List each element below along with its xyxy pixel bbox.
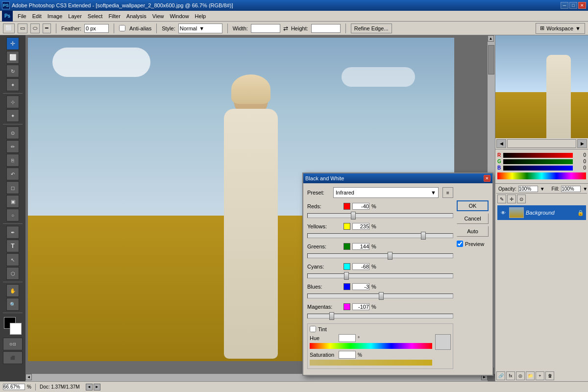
panel-btn-1[interactable]: ◀	[496, 139, 506, 148]
ellipse-marquee-btn[interactable]: ⬭	[30, 24, 40, 33]
green-channel-row: G 0	[497, 159, 586, 164]
menu-layer[interactable]: Layer	[65, 12, 85, 20]
yellows-value-input[interactable]	[352, 223, 369, 230]
new-layer-btn[interactable]: +	[536, 371, 544, 380]
reds-value-input[interactable]	[352, 203, 369, 210]
cyans-slider-thumb[interactable]	[344, 272, 349, 280]
stamp-tool[interactable]: ⎘	[6, 154, 19, 167]
greens-value-input[interactable]	[352, 243, 369, 250]
greens-percent: %	[371, 244, 376, 249]
yellows-slider-thumb[interactable]	[421, 232, 426, 240]
brush-tool[interactable]: ✏	[6, 140, 19, 153]
gradient-tool[interactable]: ▣	[6, 195, 19, 208]
bw-auto-button[interactable]: Auto	[457, 226, 489, 237]
marquee-tool[interactable]: ⬜	[6, 51, 19, 64]
scroll-up-btn[interactable]: ▲	[488, 35, 494, 42]
b-value: 0	[574, 165, 586, 171]
blues-value-input[interactable]	[352, 283, 369, 290]
menu-help[interactable]: Help	[192, 12, 209, 20]
width-input[interactable]	[251, 24, 280, 33]
scroll-left-status[interactable]: ◄	[86, 384, 93, 391]
lasso-tool[interactable]: ↻	[6, 65, 19, 77]
opacity-input[interactable]	[518, 186, 538, 192]
minimize-button[interactable]: ─	[561, 2, 568, 9]
history-tool[interactable]: ↶	[6, 168, 19, 180]
magentas-slider-thumb[interactable]	[329, 312, 334, 320]
preset-dropdown[interactable]: Infrared ▼	[333, 187, 439, 198]
cyans-value-input[interactable]	[352, 263, 369, 270]
menu-analysis[interactable]: Analysis	[123, 12, 149, 20]
workspace-button[interactable]: ⊞ Workspace ▼	[536, 23, 585, 34]
menu-view[interactable]: View	[149, 12, 167, 20]
new-fill-btn[interactable]: ◎	[516, 371, 525, 380]
magentas-value-input[interactable]	[352, 303, 369, 310]
tint-sliders: Hue ° Saturation %	[310, 334, 432, 367]
height-input[interactable]	[311, 24, 341, 33]
saturation-input[interactable]	[339, 351, 356, 359]
delete-layer-btn[interactable]: 🗑	[545, 371, 554, 380]
greens-slider-thumb[interactable]	[388, 252, 392, 260]
hand-tool[interactable]: ✋	[6, 284, 19, 297]
panel-slider[interactable]	[507, 139, 576, 148]
menu-select[interactable]: Select	[85, 12, 106, 20]
menu-edit[interactable]: Edit	[29, 12, 45, 20]
new-group-btn[interactable]: 📁	[526, 371, 535, 380]
reds-slider-thumb[interactable]	[351, 212, 356, 220]
pen-tool[interactable]: ✒	[6, 226, 19, 239]
bw-cancel-button[interactable]: Cancel	[457, 213, 489, 224]
hue-row: Hue °	[310, 334, 432, 342]
marquee-tool-btn[interactable]: ⬜	[3, 24, 15, 33]
menu-bar: Ps File Edit Image Layer Select Filter A…	[0, 11, 588, 22]
layer-visibility-icon[interactable]: 👁	[499, 209, 507, 217]
antialias-checkbox[interactable]	[119, 25, 125, 31]
style-dropdown[interactable]: Normal ▼	[178, 24, 222, 33]
feather-input[interactable]	[84, 24, 109, 33]
link-layers-btn[interactable]: 🔗	[496, 371, 505, 380]
refine-edge-button[interactable]: Refine Edge...	[351, 24, 392, 33]
menu-window[interactable]: Window	[167, 12, 192, 20]
fx-btn[interactable]: fx	[506, 371, 515, 380]
text-tool[interactable]: T	[6, 240, 19, 252]
scroll-left-btn[interactable]: ◄	[25, 374, 32, 380]
preview-checkbox[interactable]	[457, 241, 463, 247]
bw-dialog-close-button[interactable]: ✕	[484, 175, 490, 182]
background-layer[interactable]: 👁 Background 🔒	[497, 205, 586, 220]
menu-image[interactable]: Image	[45, 12, 66, 20]
blues-slider-thumb[interactable]	[379, 292, 384, 300]
move-tool[interactable]: ✛	[6, 37, 19, 50]
close-button[interactable]: ✕	[578, 2, 586, 9]
blues-percent: %	[371, 284, 376, 290]
layers-tool-2[interactable]: ✛	[507, 195, 516, 203]
dodge-tool[interactable]: ○	[6, 209, 19, 221]
magic-wand-tool[interactable]: ✦	[6, 78, 19, 91]
row-marquee-btn[interactable]: ━	[43, 24, 51, 33]
eraser-tool[interactable]: ◻	[6, 181, 19, 194]
eyedropper-tool[interactable]: ✦	[6, 109, 19, 122]
scroll-thumb-v[interactable]	[488, 45, 494, 74]
panel-btn-2[interactable]: ▶	[577, 139, 587, 148]
scroll-right-status[interactable]: ►	[94, 384, 100, 391]
hue-label: Hue	[310, 335, 337, 341]
screen-mode-btn[interactable]: ⬛	[3, 351, 23, 364]
zoom-tool[interactable]: 🔍	[6, 298, 19, 311]
preset-options-icon[interactable]: ≡	[442, 187, 453, 198]
menu-file[interactable]: File	[15, 12, 29, 20]
maximize-button[interactable]: □	[569, 2, 577, 9]
shape-tool[interactable]: ⬡	[6, 267, 19, 280]
tint-checkbox[interactable]	[310, 326, 316, 332]
bw-ok-button[interactable]: OK	[457, 200, 489, 211]
zoom-input[interactable]	[3, 384, 25, 390]
rounded-marquee-btn[interactable]: ▭	[18, 24, 27, 33]
heal-tool[interactable]: ⊙	[6, 126, 19, 139]
canvas-area[interactable]: ▲ ▼ ◄ ► Black and White ✕ OK Cancel Auto	[25, 35, 495, 381]
path-select-tool[interactable]: ↖	[6, 253, 19, 266]
menu-filter[interactable]: Filter	[105, 12, 123, 20]
layers-tool-1[interactable]: ✎	[497, 195, 506, 203]
fill-input[interactable]	[561, 186, 581, 192]
layers-tool-3[interactable]: ⊙	[517, 195, 526, 203]
blues-label: Blues:	[307, 284, 342, 290]
background-color[interactable]	[10, 323, 22, 335]
quick-mask-btn[interactable]: ⊙⊡	[3, 338, 23, 350]
crop-tool[interactable]: ⊹	[6, 96, 19, 108]
hue-input[interactable]	[339, 334, 356, 342]
